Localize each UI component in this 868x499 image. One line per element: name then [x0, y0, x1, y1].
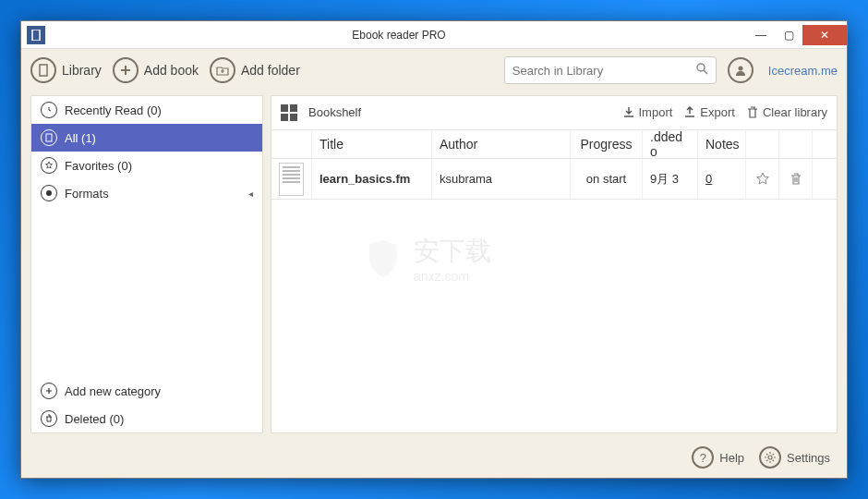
- folder-plus-icon: [210, 57, 235, 83]
- import-label: Import: [639, 105, 673, 119]
- export-label: Export: [700, 105, 735, 119]
- svg-point-6: [768, 456, 772, 459]
- col-delete[interactable]: [779, 130, 813, 158]
- sidebar-label: Recently Read (0): [65, 103, 162, 117]
- svg-point-2: [697, 64, 705, 71]
- main-toolbar: Bookshelf Import Export Clear library: [271, 96, 837, 129]
- sidebar-label: Add new category: [65, 384, 161, 398]
- clear-label: Clear library: [763, 105, 827, 119]
- sidebar-label: All (1): [65, 131, 96, 145]
- star-icon: [755, 172, 770, 187]
- export-icon: [683, 106, 696, 119]
- book-icon: [30, 57, 56, 83]
- col-progress[interactable]: Progress: [571, 130, 643, 158]
- sidebar: Recently Read (0) All (1) Favorites (0) …: [30, 95, 263, 433]
- col-title[interactable]: Title: [312, 130, 432, 158]
- trash-icon: [41, 410, 57, 427]
- sidebar-label: Deleted (0): [65, 412, 124, 426]
- sidebar-item-recently-read[interactable]: Recently Read (0): [31, 96, 262, 124]
- import-icon: [622, 106, 635, 119]
- trash-icon: [746, 106, 759, 119]
- app-window: Ebook reader PRO — ▢ ✕ Library Add book …: [20, 20, 848, 479]
- sidebar-item-favorites[interactable]: Favorites (0): [31, 152, 262, 179]
- content-area: Recently Read (0) All (1) Favorites (0) …: [21, 91, 847, 437]
- app-icon: [27, 26, 45, 44]
- search-box[interactable]: [504, 56, 717, 84]
- import-button[interactable]: Import: [622, 105, 673, 119]
- settings-label: Settings: [787, 451, 830, 465]
- col-favorite[interactable]: [746, 130, 779, 158]
- svg-point-3: [738, 67, 742, 71]
- cell-notes[interactable]: 0: [698, 159, 746, 199]
- clear-library-button[interactable]: Clear library: [746, 105, 827, 119]
- sidebar-item-formats[interactable]: Formats ◂: [31, 179, 262, 207]
- col-added[interactable]: .dded o: [643, 130, 698, 158]
- add-folder-button[interactable]: Add folder: [210, 57, 300, 83]
- svg-rect-0: [32, 30, 40, 41]
- search-input[interactable]: [512, 64, 695, 78]
- svg-point-5: [46, 190, 52, 196]
- titlebar: Ebook reader PRO — ▢ ✕: [21, 21, 847, 49]
- trash-icon: [790, 173, 802, 186]
- cell-title: learn_basics.fm: [312, 159, 432, 199]
- library-label: Library: [62, 63, 102, 78]
- close-button[interactable]: ✕: [802, 25, 847, 45]
- col-author[interactable]: Author: [432, 130, 571, 158]
- search-icon[interactable]: [695, 62, 708, 79]
- table-row[interactable]: learn_basics.fm ksubrama on start 9月 3 0: [271, 159, 837, 200]
- account-button[interactable]: [728, 57, 753, 83]
- chevron-left-icon: ◂: [248, 189, 253, 199]
- footer: ? Help Settings: [21, 437, 847, 478]
- clock-icon: [41, 102, 57, 118]
- person-icon: [728, 57, 753, 83]
- plus-icon: [41, 383, 57, 399]
- add-book-button[interactable]: Add book: [113, 57, 199, 83]
- help-icon: ?: [692, 446, 714, 469]
- table-header: Title Author Progress .dded o Notes: [271, 129, 837, 159]
- main-panel: Bookshelf Import Export Clear library Ti…: [271, 95, 838, 433]
- sidebar-label: Formats: [65, 187, 109, 201]
- book-icon: [41, 129, 57, 146]
- export-button[interactable]: Export: [683, 105, 735, 119]
- bookshelf-label: Bookshelf: [308, 105, 361, 119]
- minimize-button[interactable]: —: [747, 25, 775, 45]
- document-thumbnail-icon: [279, 163, 304, 196]
- help-label: Help: [719, 451, 744, 465]
- cell-delete[interactable]: [779, 159, 813, 199]
- plus-icon: [113, 57, 139, 83]
- help-button[interactable]: ? Help: [692, 446, 744, 469]
- cell-thumbnail: [271, 159, 312, 199]
- sidebar-item-all[interactable]: All (1): [31, 124, 262, 152]
- add-folder-label: Add folder: [241, 63, 300, 78]
- gear-icon: [759, 446, 781, 469]
- sidebar-item-add-category[interactable]: Add new category: [31, 377, 262, 405]
- cell-progress: on start: [571, 159, 643, 199]
- maximize-button[interactable]: ▢: [775, 25, 802, 45]
- add-book-label: Add book: [144, 63, 199, 78]
- sidebar-label: Favorites (0): [65, 159, 132, 173]
- cell-added: 9月 3: [643, 159, 698, 199]
- sidebar-item-deleted[interactable]: Deleted (0): [31, 405, 262, 432]
- window-controls: — ▢ ✕: [747, 25, 847, 45]
- grid-view-icon[interactable]: [281, 104, 297, 121]
- main-toolbar: Library Add book Add folder Icecream.me: [21, 49, 847, 91]
- formats-icon: [41, 185, 57, 201]
- col-thumbnail[interactable]: [271, 130, 312, 158]
- svg-rect-1: [40, 65, 47, 76]
- window-title: Ebook reader PRO: [51, 29, 747, 42]
- library-button[interactable]: Library: [30, 57, 102, 83]
- cell-author: ksubrama: [432, 159, 571, 199]
- svg-rect-4: [46, 134, 52, 141]
- cell-favorite[interactable]: [746, 159, 779, 199]
- col-notes[interactable]: Notes: [698, 130, 746, 158]
- star-icon: [41, 157, 57, 174]
- settings-button[interactable]: Settings: [759, 446, 830, 469]
- icecream-link[interactable]: Icecream.me: [768, 64, 838, 78]
